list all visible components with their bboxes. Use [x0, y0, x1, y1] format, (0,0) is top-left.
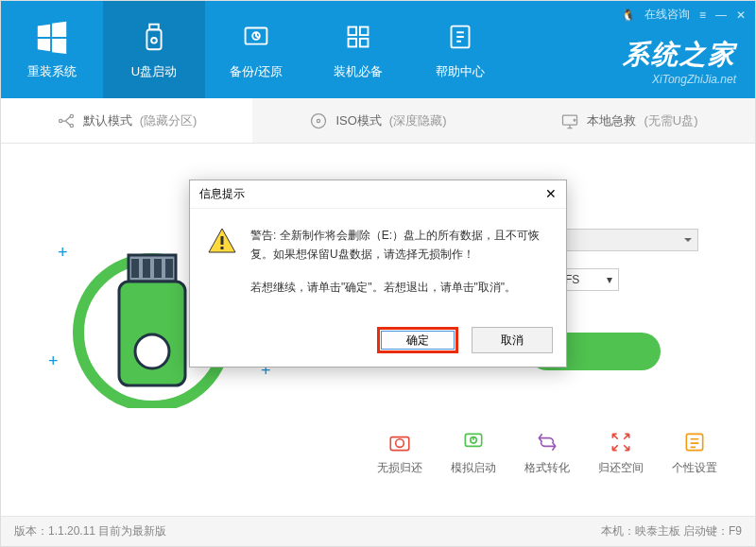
dialog-hint-text: 若想继续，请单击"确定"。若想退出，请单击"取消"。: [250, 278, 549, 297]
modal-overlay: 信息提示 ✕ 警告: 全新制作将会删除（E:）盘上的所有数据，且不可恢复。如果想…: [1, 1, 755, 546]
ok-button[interactable]: 确定: [377, 327, 458, 353]
svg-rect-30: [221, 236, 224, 245]
svg-rect-31: [221, 247, 224, 249]
dialog-title: 信息提示: [199, 186, 245, 202]
warning-icon: [207, 226, 237, 256]
dialog-warning-text: 警告: 全新制作将会删除（E:）盘上的所有数据，且不可恢复。如果想保留U盘数据，…: [250, 226, 549, 265]
cancel-button[interactable]: 取消: [472, 327, 553, 353]
dialog-close-button[interactable]: ✕: [545, 186, 557, 201]
info-dialog: 信息提示 ✕ 警告: 全新制作将会删除（E:）盘上的所有数据，且不可恢复。如果想…: [189, 179, 567, 368]
